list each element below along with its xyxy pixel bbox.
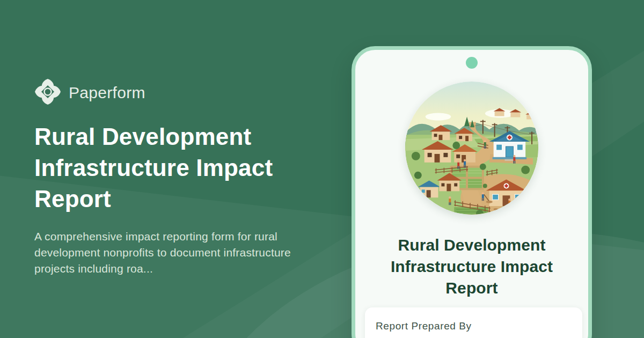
- form-field-report-prepared-by[interactable]: Report Prepared By: [365, 307, 582, 338]
- hero-title: Rural Development Infrastructure Impact …: [34, 121, 324, 215]
- social-card-page: Paperform Rural Development Infrastructu…: [0, 0, 644, 338]
- paperform-logo-icon: [34, 78, 61, 107]
- rural-village-illustration: [405, 82, 538, 215]
- form-title: Rural Development Infrastructure Impact …: [364, 234, 579, 299]
- form-preview-card: Rural Development Infrastructure Impact …: [352, 46, 592, 338]
- brand-name: Paperform: [69, 84, 145, 102]
- field-label: Report Prepared By: [376, 320, 572, 332]
- hero-description: A comprehensive impact reporting form fo…: [34, 229, 297, 277]
- brand-logo: Paperform: [34, 79, 324, 106]
- camera-dot: [466, 57, 478, 69]
- hero-panel: Paperform Rural Development Infrastructu…: [34, 79, 324, 277]
